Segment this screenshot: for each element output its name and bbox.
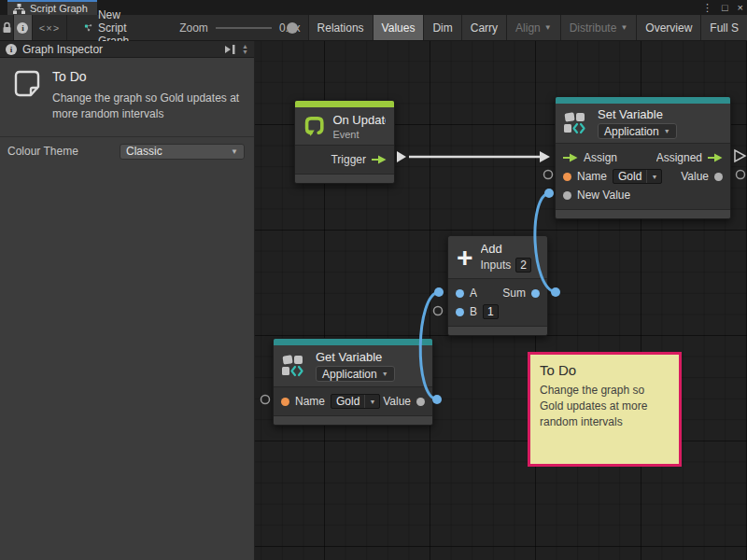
- info-icon: i: [17, 22, 28, 34]
- name-port-label: Name: [295, 395, 325, 408]
- node-footer: [295, 174, 394, 183]
- chevron-down-icon: ▼: [646, 170, 661, 183]
- value-output-port[interactable]: [416, 398, 425, 406]
- node-footer: [274, 415, 432, 425]
- inspector-note-body: Change the graph so Gold updates at more…: [52, 91, 245, 123]
- overview-button[interactable]: Overview: [637, 15, 701, 40]
- inspector-toggle-button[interactable]: i: [14, 15, 32, 40]
- a-input-port[interactable]: [456, 289, 464, 298]
- assigned-port-label: Assigned: [656, 151, 702, 164]
- sum-port-label: Sum: [502, 287, 526, 300]
- trigger-external-port[interactable]: [397, 151, 406, 162]
- toolbar-button-group: Relations Values Dim Carry Align ▼ Distr…: [308, 15, 747, 40]
- carry-button[interactable]: Carry: [462, 15, 507, 40]
- panel-spinner[interactable]: ▲ ▼: [242, 44, 248, 55]
- node-color-bar: [274, 339, 432, 345]
- new-script-graph-button[interactable]: New Script Graph: [77, 15, 159, 40]
- zoom-label: Zoom: [179, 15, 208, 40]
- new-value-input-port[interactable]: [563, 191, 571, 200]
- variable-kind-dropdown[interactable]: Application ▼: [598, 123, 677, 139]
- name-input-port[interactable]: [563, 173, 571, 181]
- assign-port-label: Assign: [584, 151, 617, 164]
- inputs-count-field[interactable]: 2: [515, 258, 531, 273]
- add-a-external-port[interactable]: [434, 287, 444, 297]
- align-button[interactable]: Align ▼: [507, 15, 561, 40]
- variables-icon: [564, 111, 590, 135]
- sum-output-port[interactable]: [531, 289, 540, 298]
- chevron-down-icon: ▼: [620, 23, 627, 32]
- script-graph-window: Script Graph ⋮ □ × i <×> New Scrip: [0, 0, 747, 560]
- full-screen-button[interactable]: Full S: [701, 15, 747, 40]
- graph-canvas[interactable]: To Do Change the graph so Gold updates a…: [255, 41, 747, 560]
- tab-title: Script Graph: [30, 3, 88, 14]
- b-input-port[interactable]: [456, 308, 464, 316]
- window-maximize-icon[interactable]: □: [722, 0, 728, 15]
- panel-expand-icon[interactable]: [223, 44, 236, 55]
- variables-button[interactable]: <×>: [33, 15, 68, 40]
- graph-icon: [13, 4, 25, 14]
- colour-theme-label: Colour Theme: [7, 145, 120, 158]
- get-name-external-port[interactable]: [261, 396, 270, 404]
- gold-variable-dropdown[interactable]: Gold ▼: [613, 169, 662, 184]
- sticky-note[interactable]: To Do Change the graph so Gold updates a…: [528, 352, 682, 467]
- node-color-bar: [556, 97, 730, 104]
- lock-button[interactable]: [0, 15, 14, 40]
- b-value-field[interactable]: 1: [483, 304, 499, 319]
- trigger-output-port[interactable]: [372, 155, 387, 164]
- node-subtitle: Event: [332, 129, 386, 140]
- name-port-label: Name: [577, 170, 607, 183]
- zoom-slider-track[interactable]: [216, 27, 272, 29]
- zoom-slider[interactable]: [216, 15, 272, 40]
- node-on-update[interactable]: On Update Event Trigger: [294, 100, 395, 184]
- node-add[interactable]: + Add Inputs 2 A Sum: [447, 235, 548, 336]
- chevron-down-icon: ▼: [231, 147, 238, 156]
- set-new-value-external-port[interactable]: [544, 189, 554, 198]
- flow-wire-arrowhead: [540, 151, 550, 162]
- zoom-slider-handle[interactable]: [287, 22, 298, 34]
- chevron-down-icon: ▼: [664, 128, 670, 134]
- node-title: Add: [481, 242, 502, 256]
- node-title: Get Variable: [316, 350, 395, 364]
- set-name-external-port[interactable]: [544, 171, 553, 179]
- assigned-external-port[interactable]: [735, 150, 745, 161]
- assign-input-port[interactable]: [563, 153, 578, 162]
- relations-button[interactable]: Relations: [309, 15, 374, 40]
- chevron-down-icon: ▼: [544, 23, 552, 32]
- inspector-note-title: To Do: [52, 69, 245, 84]
- sticky-note-body: Change the graph so Gold updates at more…: [540, 383, 669, 429]
- add-b-external-port[interactable]: [434, 307, 443, 315]
- get-value-external-port[interactable]: [432, 395, 442, 404]
- spinner-down-icon[interactable]: ▼: [242, 49, 248, 55]
- values-button[interactable]: Values: [374, 15, 425, 40]
- window-close-icon[interactable]: ×: [738, 0, 743, 15]
- tab-script-graph[interactable]: Script Graph: [7, 0, 97, 15]
- assigned-output-port[interactable]: [708, 153, 723, 162]
- name-input-port[interactable]: [281, 398, 289, 406]
- graph-inspector-header: i Graph Inspector ▲ ▼: [0, 41, 254, 58]
- colour-theme-select[interactable]: Classic ▼: [120, 144, 245, 160]
- node-title: On Update: [332, 113, 386, 127]
- inputs-label: Inputs: [481, 259, 512, 272]
- add-sum-external-port[interactable]: [551, 287, 560, 297]
- on-update-icon: [303, 114, 325, 138]
- node-set-variable[interactable]: Set Variable Application ▼ Assign: [555, 96, 731, 219]
- set-value-external-port[interactable]: [737, 171, 745, 179]
- node-title: Set Variable: [598, 107, 677, 121]
- node-get-variable[interactable]: Get Variable Application ▼ Name Gold ▼: [273, 338, 433, 426]
- gold-variable-dropdown[interactable]: Gold ▼: [331, 394, 380, 409]
- trigger-port-label: Trigger: [331, 153, 366, 166]
- value-output-port[interactable]: [714, 173, 723, 181]
- info-icon: i: [6, 44, 17, 55]
- chevron-down-icon: ▼: [364, 395, 379, 408]
- window-menu-icon[interactable]: ⋮: [702, 0, 712, 15]
- value-port-label: Value: [383, 395, 411, 408]
- variable-kind-dropdown[interactable]: Application ▼: [316, 366, 395, 382]
- value-port-label: Value: [681, 170, 709, 183]
- add-icon: +: [457, 245, 473, 270]
- graph-toolbar: i <×> New Script Graph Zoom 0.9x Relatio…: [0, 15, 747, 41]
- distribute-button[interactable]: Distribute ▼: [561, 15, 638, 40]
- colour-theme-row: Colour Theme Classic ▼: [0, 137, 254, 166]
- dim-button[interactable]: Dim: [424, 15, 461, 40]
- node-footer: [448, 326, 547, 335]
- variables-icon: [282, 354, 308, 378]
